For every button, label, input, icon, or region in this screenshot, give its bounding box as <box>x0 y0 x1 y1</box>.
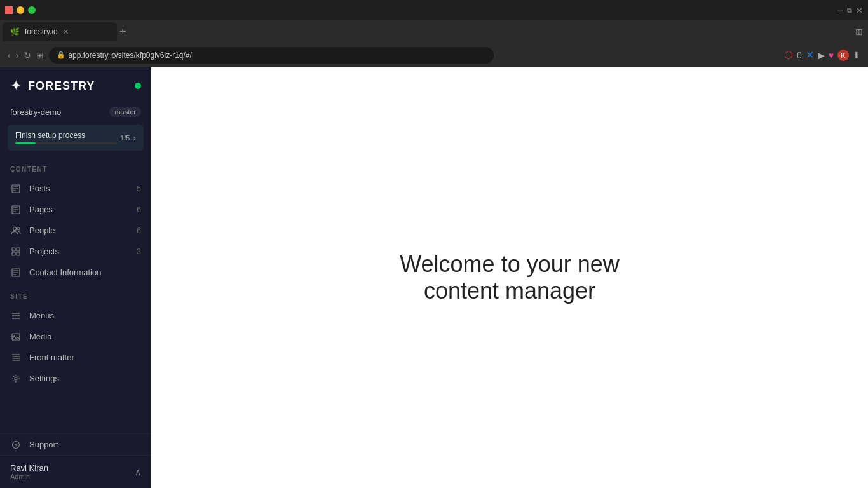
close-window-btn[interactable] <box>5 6 13 14</box>
welcome-line2: content manager <box>400 278 619 304</box>
svg-point-30 <box>15 377 17 380</box>
svg-rect-21 <box>12 334 20 340</box>
window-close-icon[interactable]: ✕ <box>856 6 863 15</box>
sidebar-footer: Ravi Kiran Admin ∧ <box>0 455 151 488</box>
title-bar: ─ ⧉ ✕ <box>0 0 868 20</box>
browser-ext-3[interactable]: ✕ <box>806 49 814 61</box>
contact-icon <box>10 268 22 277</box>
menus-label: Menus <box>29 311 141 320</box>
setup-arrow-icon: › <box>133 133 136 143</box>
user-expand-button[interactable]: ∧ <box>135 467 141 477</box>
frontmatter-label: Front matter <box>29 353 141 362</box>
tab-close-button[interactable]: ✕ <box>63 28 69 36</box>
setup-banner[interactable]: Finish setup process 1/5 › <box>8 125 144 151</box>
maximize-window-btn[interactable] <box>28 6 36 14</box>
browser-toolbar-right: ⬡ 0 ✕ ▶ ♥ K ⬇ <box>784 49 860 61</box>
logo-text: FORESTRY <box>28 79 95 93</box>
sidebar: ✦ FORESTRY forestry-demo master Finish s… <box>0 67 151 488</box>
people-label: People <box>29 226 129 235</box>
setup-bar-bg <box>15 142 117 144</box>
browser-ext-2[interactable]: 0 <box>797 50 802 60</box>
browser-ext-4[interactable]: ▶ <box>818 50 825 60</box>
status-indicator <box>135 83 141 89</box>
logo-icon: ✦ <box>10 78 22 94</box>
user-avatar[interactable]: K <box>837 50 849 61</box>
sidebar-item-pages[interactable]: Pages 6 <box>0 199 151 220</box>
browser-ext-5[interactable]: ♥ <box>829 50 834 60</box>
window-minimize-icon[interactable]: ─ <box>837 6 843 15</box>
sidebar-item-frontmatter[interactable]: Front matter <box>0 347 151 368</box>
people-count: 6 <box>137 226 141 235</box>
sidebar-item-support[interactable]: ? Support <box>0 433 151 455</box>
sidebar-item-contact[interactable]: Contact Information <box>0 262 151 283</box>
tab-search-icon[interactable]: ⊞ <box>855 27 863 37</box>
app-layout: ✦ FORESTRY forestry-demo master Finish s… <box>0 67 868 488</box>
setup-label: Finish setup process <box>15 131 117 140</box>
pages-icon <box>10 205 22 214</box>
projects-icon <box>10 247 22 256</box>
logo: ✦ FORESTRY <box>10 78 95 94</box>
new-tab-button[interactable]: + <box>119 26 126 37</box>
tab-bar: 🌿 forestry.io ✕ + ⊞ <box>0 20 868 43</box>
projects-label: Projects <box>29 247 129 256</box>
url-text: app.forestry.io/sites/kfp0glv6iz-r1q/#/ <box>68 51 192 60</box>
active-tab[interactable]: 🌿 forestry.io ✕ <box>3 22 117 41</box>
welcome-line1: Welcome to your new <box>400 251 619 278</box>
support-icon: ? <box>10 440 22 449</box>
svg-rect-13 <box>17 252 20 255</box>
sidebar-item-people[interactable]: People 6 <box>0 220 151 241</box>
user-role: Admin <box>10 473 48 480</box>
url-bar[interactable]: 🔒 app.forestry.io/sites/kfp0glv6iz-r1q/#… <box>49 47 494 64</box>
contact-label: Contact Information <box>29 268 133 277</box>
project-info: forestry-demo master <box>0 102 151 122</box>
download-icon[interactable]: ⬇ <box>853 50 860 60</box>
refresh-button[interactable]: ↻ <box>24 50 31 60</box>
svg-rect-10 <box>12 248 15 251</box>
user-info: Ravi Kiran Admin <box>10 463 48 480</box>
media-label: Media <box>29 332 141 341</box>
sidebar-item-posts[interactable]: Posts 5 <box>0 178 151 199</box>
support-label: Support <box>29 440 141 449</box>
lock-icon: 🔒 <box>57 51 65 59</box>
tab-title: forestry.io <box>25 27 58 36</box>
branch-badge: master <box>109 107 141 117</box>
svg-text:?: ? <box>15 443 18 449</box>
welcome-message: Welcome to your new content manager <box>400 251 619 304</box>
sidebar-item-menus[interactable]: Menus <box>0 305 151 326</box>
media-icon <box>10 332 22 341</box>
projects-count: 3 <box>137 247 141 256</box>
frontmatter-icon <box>10 353 22 362</box>
tab-grid-button[interactable]: ⊞ <box>36 50 44 60</box>
back-button[interactable]: ‹ <box>8 50 11 60</box>
svg-rect-12 <box>12 252 15 255</box>
sidebar-scroll: CONTENT Posts 5 Pages 6 <box>0 156 151 433</box>
sidebar-item-media[interactable]: Media <box>0 326 151 347</box>
window-restore-icon[interactable]: ⧉ <box>847 6 852 15</box>
main-content: Welcome to your new content manager <box>151 67 868 488</box>
menus-icon <box>10 311 22 320</box>
window-controls[interactable] <box>5 6 36 14</box>
svg-rect-11 <box>17 248 20 251</box>
setup-bar-wrap <box>15 142 117 144</box>
minimize-window-btn[interactable] <box>17 6 24 14</box>
setup-progress: Finish setup process <box>15 131 117 144</box>
project-name: forestry-demo <box>10 107 61 117</box>
content-section-label: CONTENT <box>0 156 151 178</box>
svg-point-8 <box>13 227 17 230</box>
sidebar-item-projects[interactable]: Projects 3 <box>0 241 151 262</box>
forward-button[interactable]: › <box>16 50 19 60</box>
settings-label: Settings <box>29 374 141 383</box>
user-name: Ravi Kiran <box>10 463 48 473</box>
settings-icon <box>10 374 22 383</box>
svg-point-9 <box>17 227 20 230</box>
tab-favicon: 🌿 <box>10 27 20 36</box>
sidebar-item-settings[interactable]: Settings <box>0 368 151 389</box>
pages-label: Pages <box>29 205 129 214</box>
posts-icon <box>10 184 22 193</box>
address-bar: ‹ › ↻ ⊞ 🔒 app.forestry.io/sites/kfp0glv6… <box>0 43 868 67</box>
setup-counter: 1/5 <box>120 134 130 142</box>
sidebar-header: ✦ FORESTRY <box>0 67 151 102</box>
pages-count: 6 <box>137 205 141 214</box>
setup-bar-fill <box>15 142 36 144</box>
browser-ext-1[interactable]: ⬡ <box>784 49 793 61</box>
